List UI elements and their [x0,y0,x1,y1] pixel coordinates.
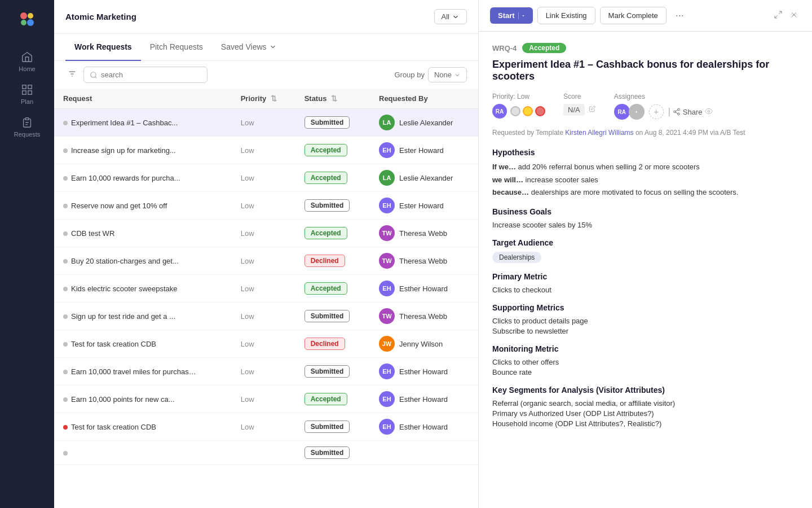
requester-avatar: EH [379,142,395,158]
cell-priority [232,441,295,465]
panel-expand-button[interactable] [771,8,785,23]
status-badge: Accepted [522,43,566,53]
table-row[interactable]: Submitted [54,441,478,465]
key-segment-3: Household income (ODP List Attributes?, … [492,419,798,428]
panel-close-button[interactable] [787,8,801,23]
table-row[interactable]: Earn 10,000 rewards for purcha...LowAcce… [54,164,478,192]
share-icon [673,108,681,116]
status-badge: Accepted [304,227,347,239]
col-priority[interactable]: Priority ⇅ [232,89,295,109]
priority-dot [63,287,68,291]
score-label: Score [563,93,596,100]
priority-dot [63,451,68,456]
panel-topbar: Start Link Existing Mark Complete ··· [479,0,812,32]
start-button[interactable]: Start [490,7,533,24]
status-badge: Submitted [304,421,350,433]
tab-saved-views[interactable]: Saved Views [212,34,286,61]
table-row[interactable]: Kids electric scooter sweepstakeLowAccep… [54,275,478,303]
cell-status: Submitted [295,358,370,386]
requester-template: Template [536,129,563,137]
cell-priority: Low [232,358,295,386]
cell-priority: Low [232,303,295,330]
panel-wrq-row: WRQ-4 Accepted [492,43,798,53]
table-row[interactable]: Earn 10,000 travel miles for purchas…Low… [54,358,478,386]
sidebar-item-plan[interactable]: Plan [0,78,54,111]
requester-name: Theresa Webb [399,312,447,321]
table-row[interactable]: Test for task creation CDBLowSubmittedEH… [54,413,478,441]
priority-dot [63,397,68,402]
cell-status: Submitted [295,303,370,330]
svg-point-3 [21,20,27,25]
tab-work-requests[interactable]: Work Requests [65,34,141,61]
requested-by-cell: TWTheresa Webb [379,308,469,324]
app-logo[interactable] [15,7,39,32]
svg-point-13 [678,113,680,115]
status-badge: Accepted [304,393,347,405]
requester-avatar: EH [379,198,395,213]
cell-status: Accepted [295,137,370,164]
saved-views-chevron-icon [269,43,277,51]
col-status[interactable]: Status ⇅ [295,89,370,109]
panel-meta-row: Priority: Low RA Score N/A [492,93,798,120]
table-row[interactable]: Test for task creation CDBLowDeclinedJWJ… [54,330,478,358]
requester-avatar: TW [379,253,395,269]
visibility-button[interactable] [705,107,713,117]
cell-status: Submitted [295,441,370,465]
filter-dropdown[interactable]: All [434,9,467,24]
group-by-dropdown[interactable]: None [428,67,467,82]
cell-status: Accepted [295,275,370,303]
hypothesis-because-line: because… dealerships are more motivated … [492,187,798,198]
mark-complete-button[interactable]: Mark Complete [600,7,667,24]
table-row[interactable]: Experiment Idea #1 – Cashbac...LowSubmit… [54,109,478,137]
table-row[interactable]: CDB test WRLowAcceptedTWTheresa Webb [54,220,478,247]
priority-sort-icon: ⇅ [271,94,277,103]
toolbar: Group by None [54,61,478,89]
cell-priority: Low [232,386,295,413]
cell-priority: Low [232,164,295,192]
requester-name: Esther Howard [399,284,448,293]
cell-requested-by: EHEster Howard [370,137,478,164]
primary-metric-text: Clicks to checkout [492,286,798,294]
search-input[interactable] [101,71,191,79]
requester-name-link[interactable]: Kirsten Allegri Williams [565,129,633,137]
monitoring-metric-2: Bounce rate [492,368,798,376]
table-row[interactable]: Earn 10,000 points for new ca...LowAccep… [54,386,478,413]
filter-toggle-button[interactable] [65,67,79,82]
requester-name: Jenny Wilson [399,340,443,348]
requested-by-cell: EHEsther Howard [379,419,469,435]
assignees-label: Assignees [614,93,713,100]
requested-by-cell: EHEsther Howard [379,364,469,379]
table-row[interactable]: Sign up for test ride and get a ...LowSu… [54,303,478,330]
table-row[interactable]: Increase sign up for marketing...LowAcce… [54,137,478,164]
sidebar-item-requests[interactable]: Requests [0,111,54,143]
table-row[interactable]: Reserve now and get 10% offLowSubmittedE… [54,192,478,220]
table-header-row: Request Priority ⇅ Status ⇅ Requested By [54,89,478,109]
supporting-metrics-section-title: Supporting Metrics [492,303,798,312]
priority-dot [63,231,68,236]
add-assignee-button[interactable]: + [649,104,664,119]
assignee-divider: | [668,107,670,117]
supporting-metric-1: Clicks to product details page [492,317,798,325]
requester-name: Ester Howard [399,202,444,210]
status-sort-icon: ⇅ [331,94,337,103]
wrq-id: WRQ-4 [492,44,517,52]
score-edit-button[interactable] [588,105,596,115]
requested-by-cell: EHEster Howard [379,142,469,158]
requested-by-cell: TWTheresa Webb [379,253,469,269]
cell-request: Buy 20 station-charges and get... [54,247,232,275]
cell-priority: Low [232,137,295,164]
link-existing-button[interactable]: Link Existing [537,7,595,24]
table-row[interactable]: Buy 20 station-charges and get...LowDecl… [54,247,478,275]
panel-more-button[interactable]: ··· [671,7,689,24]
requester-name: Esther Howard [399,395,448,404]
svg-point-12 [674,111,676,113]
sidebar-item-home[interactable]: Home [0,45,54,78]
tab-pitch-requests[interactable]: Pitch Requests [141,34,212,61]
priority-label: Priority: Low [492,93,545,100]
priority-circles [510,106,545,116]
cell-priority: Low [232,330,295,358]
search-icon [90,71,98,79]
requester-avatar: EH [379,419,395,435]
share-button[interactable]: Share [673,108,703,116]
priority-dot [63,176,68,181]
